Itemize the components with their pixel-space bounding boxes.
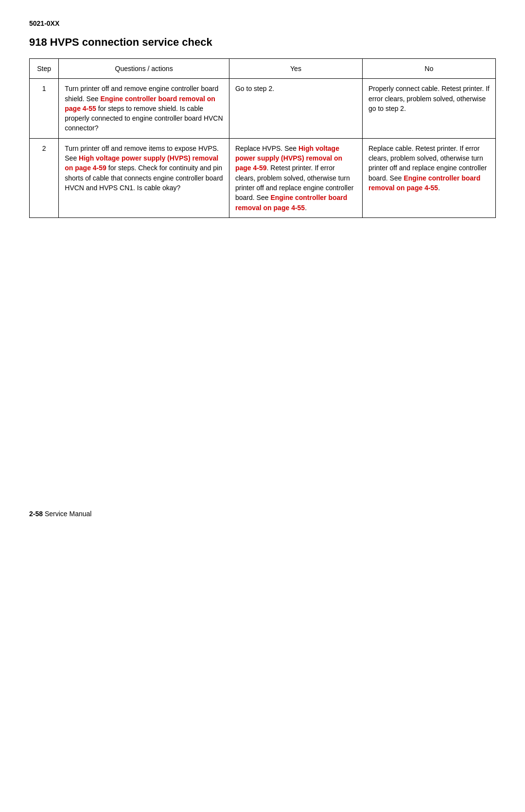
table-row: 2 Turn printer off and remove items to e… [30,138,496,217]
step-1-yes: Go to step 2. [229,79,362,138]
service-check-table: Step Questions / actions Yes No 1 Turn p… [29,58,496,218]
model-number: 5021-0XX [29,19,59,27]
step-2-no: Replace cable. Retest printer. If error … [362,138,495,217]
col-header-no: No [362,59,495,79]
step-1-number: 1 [30,79,59,138]
page-footer: 2-58 Service Manual [29,510,496,518]
col-header-questions: Questions / actions [59,59,229,79]
step-2-number: 2 [30,138,59,217]
section-title: 918 HVPS connection service check [29,36,496,49]
step-2-yes: Replace HVPS. See High voltage power sup… [229,138,362,217]
table-row: 1 Turn printer off and remove engine con… [30,79,496,138]
col-header-yes: Yes [229,59,362,79]
step-1-no: Properly connect cable. Retest printer. … [362,79,495,138]
page-header: 5021-0XX [29,19,496,27]
step-1-questions: Turn printer off and remove engine contr… [59,79,229,138]
step-2-questions: Turn printer off and remove items to exp… [59,138,229,217]
col-header-step: Step [30,59,59,79]
